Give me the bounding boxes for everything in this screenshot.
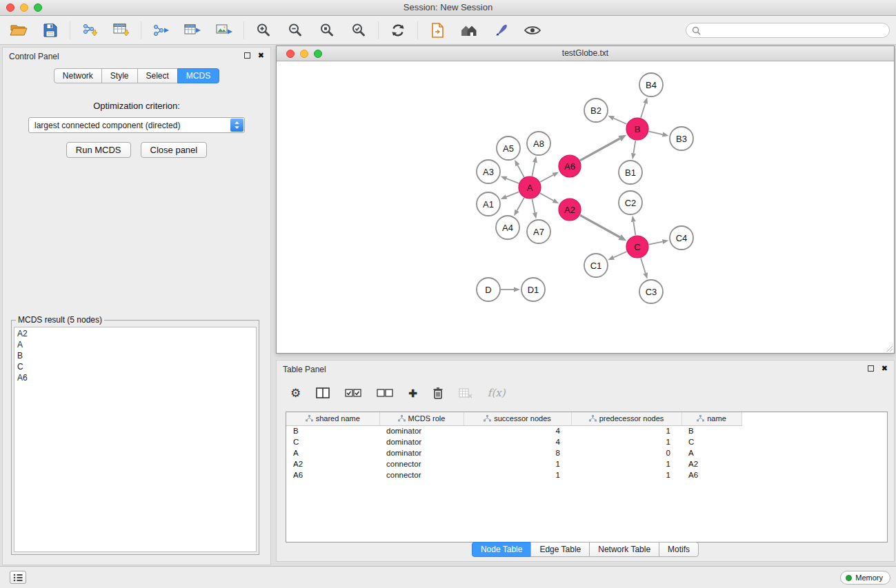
float-panel-icon[interactable] (868, 365, 874, 372)
result-item[interactable]: B (17, 350, 253, 361)
show-hide-details-button[interactable] (522, 19, 543, 41)
network-node-B2[interactable]: B2 (584, 99, 608, 122)
network-node-C2[interactable]: C2 (619, 191, 642, 214)
zoom-out-button[interactable] (285, 19, 306, 41)
network-edge-A6-B[interactable] (580, 139, 620, 161)
close-panel-icon[interactable]: ✖ (258, 52, 264, 59)
apply-style-button[interactable] (490, 19, 511, 41)
network-node-A[interactable]: A (519, 176, 541, 199)
close-window-button[interactable] (6, 3, 14, 12)
network-node-B3[interactable]: B3 (670, 127, 693, 150)
column-header-mcds-role[interactable]: MCDS role (379, 412, 464, 425)
memory-button[interactable]: Memory (840, 571, 890, 585)
network-canvas[interactable]: B4B2BB3A5A8A6B1A3AC2A1A2A4A7C4CC1C3DD1 (277, 61, 894, 353)
network-edge-A-A3[interactable] (506, 179, 519, 183)
tab-network[interactable]: Network (54, 68, 102, 83)
task-history-button[interactable] (10, 571, 26, 584)
tab-network-table[interactable]: Network Table (589, 542, 659, 557)
network-edge-B-B1[interactable] (633, 141, 635, 154)
network-edge-A-A6[interactable] (540, 175, 553, 182)
result-item[interactable]: A2 (17, 328, 253, 339)
network-edge-A-A5[interactable] (517, 165, 524, 177)
save-session-button[interactable] (40, 19, 61, 41)
network-edge-A-A1[interactable] (506, 192, 519, 196)
tab-mcds[interactable]: MCDS (177, 68, 219, 83)
zoom-in-button[interactable] (253, 19, 274, 41)
criterion-select[interactable]: largest connected component (directed) (28, 117, 245, 133)
network-minimize-button[interactable] (300, 50, 308, 58)
network-node-A8[interactable]: A8 (527, 132, 550, 155)
select-all-columns-button[interactable] (345, 389, 361, 398)
export-table-button[interactable] (182, 19, 203, 41)
close-panel-button[interactable]: Close panel (141, 142, 208, 158)
import-network-button[interactable] (79, 19, 100, 41)
export-image-button[interactable] (214, 19, 235, 41)
network-edge-A2-C[interactable] (580, 215, 620, 237)
network-node-A6[interactable]: A6 (559, 155, 581, 177)
column-header-shared-name[interactable]: shared name (286, 412, 379, 425)
network-node-D[interactable]: D (477, 278, 500, 301)
create-column-button[interactable]: ✚ (408, 388, 417, 398)
network-edge-A-A8[interactable] (532, 162, 535, 176)
network-node-C[interactable]: C (626, 236, 648, 258)
node-table-container[interactable]: shared name MCDS role successor nodes pr… (286, 412, 888, 543)
network-edge-C-C4[interactable] (649, 242, 663, 245)
table-row[interactable]: B dominator 4 1 B (286, 425, 741, 436)
network-edge-C-C1[interactable] (614, 252, 627, 258)
network-node-C1[interactable]: C1 (584, 254, 608, 277)
network-node-A2[interactable]: A2 (559, 199, 581, 221)
mcds-result-list[interactable]: A2 A B C A6 (14, 327, 257, 552)
table-row[interactable]: A dominator 8 0 A (286, 447, 741, 458)
table-row[interactable]: C dominator 4 1 C (286, 436, 741, 447)
table-settings-button[interactable]: ⚙ (290, 387, 301, 399)
network-node-B1[interactable]: B1 (619, 161, 642, 184)
tab-style[interactable]: Style (101, 68, 138, 83)
network-edge-C-C2[interactable] (633, 222, 635, 236)
column-header-name[interactable]: name (681, 412, 741, 425)
tab-edge-table[interactable]: Edge Table (530, 542, 590, 557)
network-node-C3[interactable]: C3 (639, 280, 663, 303)
network-node-B[interactable]: B (626, 118, 648, 140)
import-table-button[interactable] (111, 19, 132, 41)
tab-node-table[interactable]: Node Table (472, 542, 532, 557)
network-node-D1[interactable]: D1 (521, 278, 545, 301)
column-header-predecessor-nodes[interactable]: predecessor nodes (571, 412, 681, 425)
network-edge-A-A7[interactable] (532, 199, 535, 213)
network-edge-A-A2[interactable] (540, 193, 553, 201)
first-neighbors-button[interactable] (459, 19, 479, 41)
minimize-window-button[interactable] (20, 3, 28, 12)
delete-column-button[interactable] (432, 387, 444, 400)
run-mcds-button[interactable]: Run MCDS (66, 142, 131, 158)
network-node-A4[interactable]: A4 (496, 216, 519, 239)
column-header-successor-nodes[interactable]: successor nodes (464, 412, 571, 425)
network-window-titlebar[interactable]: testGlobe.txt (277, 46, 894, 61)
close-panel-icon[interactable]: ✖ (882, 365, 888, 372)
zoom-fit-button[interactable] (317, 19, 337, 41)
zoom-selected-button[interactable] (348, 19, 369, 41)
search-input[interactable] (704, 26, 884, 35)
network-edge-B-B3[interactable] (649, 132, 663, 134)
network-node-A7[interactable]: A7 (527, 220, 550, 243)
deselect-all-columns-button[interactable] (377, 389, 393, 398)
network-zoom-button[interactable] (314, 50, 322, 58)
delete-table-button-disabled[interactable] (459, 388, 472, 398)
apply-layout-button[interactable] (388, 19, 408, 41)
export-network-button[interactable] (150, 19, 171, 41)
network-node-B4[interactable]: B4 (639, 73, 663, 97)
result-item[interactable]: A (17, 339, 253, 350)
network-node-C4[interactable]: C4 (670, 226, 693, 250)
network-node-A1[interactable]: A1 (477, 192, 500, 216)
tab-select[interactable]: Select (137, 68, 178, 83)
network-edge-B-B2[interactable] (614, 118, 627, 124)
resize-grip-icon[interactable] (885, 344, 893, 352)
table-row[interactable]: A6 connector 1 1 A6 (286, 469, 741, 480)
result-item[interactable]: C (17, 361, 253, 372)
open-session-button[interactable] (8, 19, 29, 41)
result-item[interactable]: A6 (17, 372, 253, 383)
table-row[interactable]: A2 connector 1 1 A2 (286, 458, 741, 469)
network-edge-C-C3[interactable] (641, 258, 646, 273)
network-edge-A-A4[interactable] (517, 198, 524, 211)
show-columns-button[interactable] (316, 387, 330, 398)
network-node-A5[interactable]: A5 (497, 136, 520, 160)
float-panel-icon[interactable] (244, 52, 250, 59)
